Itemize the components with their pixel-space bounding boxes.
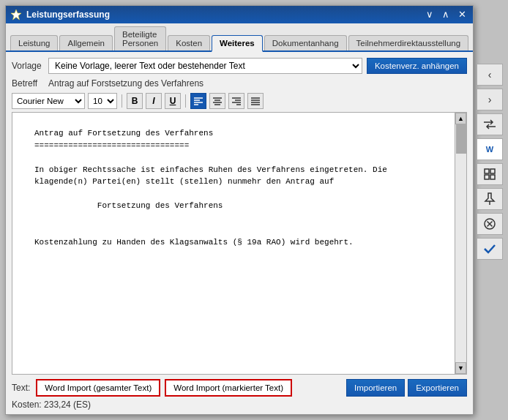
- toolbar-separator-2: [185, 94, 186, 108]
- maximize-button[interactable]: ∧: [439, 8, 452, 21]
- vorlage-label: Vorlage: [12, 61, 48, 71]
- minimize-button[interactable]: ∨: [423, 8, 436, 21]
- titlebar: Leistungserfassung ∨ ∧ ✕: [6, 6, 473, 23]
- text-label: Text:: [12, 383, 30, 393]
- scrollbar-thumb[interactable]: [456, 124, 466, 154]
- svg-marker-0: [11, 10, 21, 20]
- font-select[interactable]: Courier New: [12, 93, 85, 109]
- editor-wrapper: Antrag auf Fortsetzung des Verfahrens ==…: [12, 112, 467, 375]
- scrollbar-up-button[interactable]: ▲: [455, 113, 466, 124]
- exportieren-button[interactable]: Exportieren: [408, 379, 467, 397]
- tab-kosten[interactable]: Kosten: [168, 35, 210, 50]
- tab-allgemein[interactable]: Allgemein: [59, 35, 113, 50]
- align-right-button[interactable]: [228, 93, 244, 109]
- vorlage-select[interactable]: Keine Vorlage, leerer Text oder bestehen…: [48, 58, 362, 74]
- underline-button[interactable]: U: [165, 93, 181, 109]
- bold-button[interactable]: B: [127, 93, 143, 109]
- close-circle-button[interactable]: [477, 213, 503, 235]
- importieren-button[interactable]: Importieren: [346, 379, 405, 397]
- confirm-button[interactable]: [477, 238, 503, 260]
- font-size-select[interactable]: 10: [88, 93, 117, 109]
- side-buttons-panel: ‹ › W: [477, 5, 503, 415]
- kosten-label: Kosten:: [12, 400, 42, 410]
- vorlage-row: Vorlage Keine Vorlage, leerer Text oder …: [12, 58, 467, 74]
- scrollbar-track[interactable]: [455, 124, 466, 362]
- align-justify-button[interactable]: [247, 93, 264, 109]
- italic-button[interactable]: I: [146, 93, 162, 109]
- titlebar-buttons: ∨ ∧ ✕: [423, 8, 468, 21]
- window-title: Leistungserfassung: [26, 10, 423, 20]
- tab-leistung[interactable]: Leistung: [10, 35, 58, 50]
- tabs-row: Leistung Allgemein Beteiligte Personen K…: [6, 23, 473, 52]
- word-import-full-button[interactable]: Word Import (gesamter Text): [36, 379, 160, 397]
- word-button[interactable]: W: [477, 138, 503, 160]
- action-buttons: Importieren Exportieren: [346, 379, 467, 397]
- betreff-row: Betreff Antrag auf Forstsetzung des Verf…: [12, 78, 467, 89]
- bottom-bar: Text: Word Import (gesamter Text) Word I…: [12, 379, 467, 397]
- align-center-button[interactable]: [209, 93, 225, 109]
- tab-beteiligte-personen[interactable]: Beteiligte Personen: [114, 26, 166, 50]
- tab-teilnehmer[interactable]: Teilnehmerdirektausstellung: [348, 35, 469, 50]
- svg-rect-20: [490, 175, 495, 179]
- toolbar: Courier New 10 B I U: [12, 93, 467, 109]
- pin-button[interactable]: [477, 188, 503, 210]
- toolbar-separator-1: [122, 94, 122, 108]
- app-icon: [10, 9, 22, 20]
- svg-rect-17: [485, 169, 489, 173]
- kosten-value: 233,24 (ES): [44, 400, 91, 410]
- svg-rect-18: [490, 169, 495, 173]
- scrollbar-down-button[interactable]: ▼: [455, 362, 466, 374]
- kostenvz-button[interactable]: Kostenverz. anhängen: [367, 58, 467, 74]
- close-button[interactable]: ✕: [455, 8, 468, 21]
- betreff-label: Betreff: [12, 78, 48, 89]
- betreff-value: Antrag auf Forstsetzung des Verfahrens: [48, 78, 203, 89]
- exchange-button[interactable]: [477, 113, 503, 135]
- nav-prev-button[interactable]: ‹: [477, 64, 503, 86]
- nav-next-button[interactable]: ›: [477, 89, 503, 110]
- editor-content[interactable]: Antrag auf Fortsetzung des Verfahrens ==…: [12, 113, 455, 374]
- main-window: Leistungserfassung ∨ ∧ ✕ Leistung Allgem…: [5, 5, 474, 415]
- tab-weiteres[interactable]: Weiteres: [212, 35, 263, 52]
- kosten-row: Kosten: 233,24 (ES): [12, 400, 467, 410]
- main-content: Vorlage Keine Vorlage, leerer Text oder …: [6, 52, 473, 414]
- word-import-marked-button[interactable]: Word Import (markierter Text): [165, 379, 292, 397]
- tab-dokumentanhang[interactable]: Dokumentanhang: [264, 35, 347, 50]
- svg-rect-19: [485, 175, 489, 179]
- align-left-button[interactable]: [190, 93, 206, 109]
- grid-button[interactable]: [477, 163, 503, 185]
- editor-scrollbar: ▲ ▼: [455, 113, 466, 374]
